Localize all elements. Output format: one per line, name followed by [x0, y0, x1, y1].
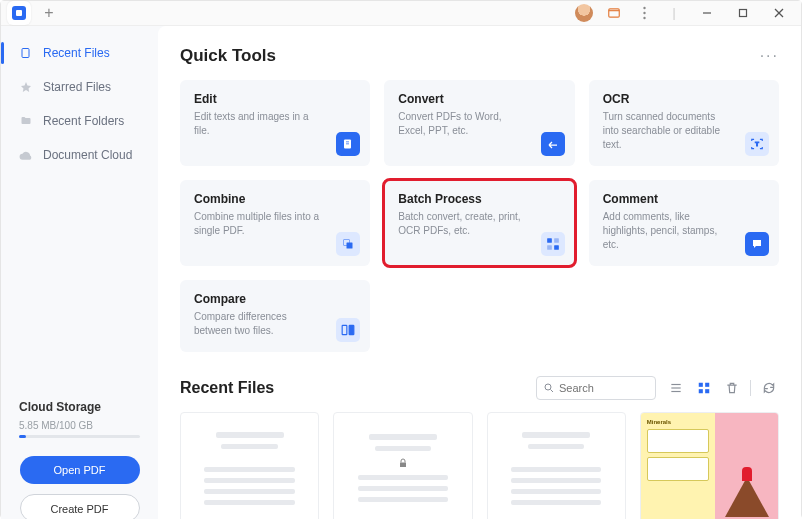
search-box[interactable] [536, 376, 656, 400]
svg-rect-11 [346, 144, 349, 145]
svg-line-22 [551, 390, 554, 393]
delete-icon[interactable] [722, 378, 742, 398]
tool-desc: Turn scanned documents into searchable o… [603, 110, 733, 152]
tool-card-convert[interactable]: Convert Convert PDFs to Word, Excel, PPT… [384, 80, 574, 166]
sidebar: Recent Files Starred Files Recent Folder… [1, 26, 158, 519]
svg-text:T: T [755, 141, 759, 147]
file-card[interactable] [180, 412, 319, 519]
svg-rect-17 [547, 245, 552, 250]
sidebar-label: Starred Files [43, 80, 111, 94]
tool-card-comment[interactable]: Comment Add comments, like highlights, p… [589, 180, 779, 266]
quick-tools-more-icon[interactable]: ··· [760, 47, 779, 65]
svg-rect-30 [400, 463, 406, 468]
batch-icon [541, 232, 565, 256]
divider [750, 380, 751, 396]
tool-title: Combine [194, 192, 356, 206]
cloud-storage-panel: Cloud Storage 5.85 MB/100 GB Open PDF Cr… [1, 400, 158, 519]
convert-icon [541, 132, 565, 156]
create-pdf-button[interactable]: Create PDF [20, 494, 140, 519]
svg-point-3 [643, 17, 645, 19]
folder-icon [19, 114, 33, 128]
file-card-locked[interactable] [333, 412, 472, 519]
svg-rect-28 [699, 389, 703, 393]
volcano-thumbnail [725, 477, 769, 517]
svg-rect-27 [705, 383, 709, 387]
svg-rect-19 [342, 325, 347, 334]
tool-title: OCR [603, 92, 765, 106]
tool-title: Edit [194, 92, 356, 106]
svg-rect-15 [547, 238, 552, 243]
quick-tools-grid: Edit Edit texts and images in a file. Co… [180, 80, 779, 352]
star-icon [19, 80, 33, 94]
recent-files-title: Recent Files [180, 379, 536, 397]
svg-rect-29 [705, 389, 709, 393]
quick-tools-title: Quick Tools [180, 46, 276, 66]
tool-card-ocr[interactable]: OCR Turn scanned documents into searchab… [589, 80, 779, 166]
svg-point-1 [643, 7, 645, 9]
sidebar-label: Recent Files [43, 46, 110, 60]
file-card-thumbnail[interactable]: Minerals [640, 412, 779, 519]
maximize-button[interactable] [727, 1, 759, 25]
cloud-icon [19, 148, 33, 162]
tool-desc: Edit texts and images in a file. [194, 110, 324, 138]
main-content: Quick Tools ··· Edit Edit texts and imag… [158, 26, 801, 519]
svg-rect-20 [349, 325, 354, 334]
svg-rect-26 [699, 383, 703, 387]
tool-card-batch-process[interactable]: Batch Process Batch convert, create, pri… [384, 180, 574, 266]
edit-icon [336, 132, 360, 156]
svg-rect-16 [554, 238, 559, 243]
tool-desc: Convert PDFs to Word, Excel, PPT, etc. [398, 110, 528, 138]
refresh-icon[interactable] [759, 378, 779, 398]
close-button[interactable] [763, 1, 795, 25]
tool-desc: Combine multiple files into a single PDF… [194, 210, 324, 238]
open-pdf-button[interactable]: Open PDF [20, 456, 140, 484]
svg-point-21 [545, 384, 551, 390]
user-avatar[interactable] [571, 1, 597, 25]
svg-rect-8 [22, 49, 29, 58]
recent-files-icon [19, 46, 33, 60]
svg-rect-18 [554, 245, 559, 250]
tool-desc: Batch convert, create, print, OCR PDFs, … [398, 210, 528, 238]
tool-title: Batch Process [398, 192, 560, 206]
compare-icon [336, 318, 360, 342]
sidebar-item-recent-folders[interactable]: Recent Folders [1, 104, 158, 138]
notification-icon[interactable] [601, 1, 627, 25]
app-logo[interactable] [7, 1, 31, 25]
search-input[interactable] [559, 382, 649, 394]
svg-rect-14 [347, 243, 353, 249]
cloud-storage-title: Cloud Storage [19, 400, 140, 414]
sidebar-item-starred-files[interactable]: Starred Files [1, 70, 158, 104]
svg-rect-5 [740, 10, 747, 17]
sidebar-label: Document Cloud [43, 148, 132, 162]
app-window: + | Recent Files Starred Files [0, 0, 802, 519]
kebab-menu-icon[interactable] [631, 1, 657, 25]
tool-title: Compare [194, 292, 356, 306]
minimize-button[interactable] [691, 1, 723, 25]
storage-bar [19, 435, 140, 438]
view-grid-icon[interactable] [694, 378, 714, 398]
tool-card-edit[interactable]: Edit Edit texts and images in a file. [180, 80, 370, 166]
sidebar-item-document-cloud[interactable]: Document Cloud [1, 138, 158, 172]
titlebar: + | [1, 1, 801, 26]
cloud-storage-usage: 5.85 MB/100 GB [19, 420, 140, 431]
sidebar-item-recent-files[interactable]: Recent Files [1, 36, 158, 70]
comment-icon [745, 232, 769, 256]
tool-desc: Add comments, like highlights, pencil, s… [603, 210, 733, 252]
tool-card-compare[interactable]: Compare Compare differences between two … [180, 280, 370, 352]
tool-title: Comment [603, 192, 765, 206]
svg-rect-10 [346, 142, 349, 143]
lock-icon [397, 457, 409, 469]
view-list-icon[interactable] [666, 378, 686, 398]
search-icon [543, 382, 555, 394]
combine-icon [336, 232, 360, 256]
sidebar-label: Recent Folders [43, 114, 124, 128]
thumb-label: Minerals [647, 419, 710, 425]
new-tab-button[interactable]: + [37, 1, 61, 25]
divider: | [661, 1, 687, 25]
tool-card-combine[interactable]: Combine Combine multiple files into a si… [180, 180, 370, 266]
file-card[interactable] [487, 412, 626, 519]
tool-title: Convert [398, 92, 560, 106]
ocr-icon: T [745, 132, 769, 156]
tool-desc: Compare differences between two files. [194, 310, 324, 338]
svg-point-2 [643, 12, 645, 14]
